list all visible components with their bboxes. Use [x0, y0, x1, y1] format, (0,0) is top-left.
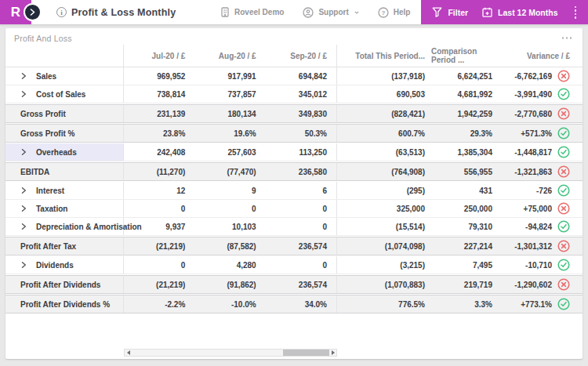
variance-value: +571.3%: [521, 129, 552, 138]
table-row[interactable]: Depreciation & Amortisation 9,937 10,103…: [5, 218, 583, 236]
row-label-cell[interactable]: Overheads: [5, 143, 124, 161]
scrollbar-thumb[interactable]: [283, 350, 329, 356]
cell-total-this-period: (828,421): [337, 105, 431, 122]
card-options-icon[interactable]: [561, 34, 574, 42]
scroll-right-icon[interactable]: [329, 350, 336, 356]
nav-company-label: Roveel Demo: [234, 8, 284, 16]
table-row[interactable]: Interest 12 9 6 (295) 431 -726: [5, 182, 583, 200]
cell-variance: -1,448,817: [499, 143, 583, 161]
table-row[interactable]: Dividends 0 4,280 0 (3,215) 7,495 -10,71…: [5, 256, 583, 274]
horizontal-scrollbar[interactable]: [124, 349, 337, 357]
variance-value: -6,762,169: [514, 72, 552, 81]
variance-good-icon: [557, 259, 570, 271]
column-header-aug[interactable]: Aug-20 / £: [194, 45, 265, 67]
column-header-total[interactable]: Total This Period...: [337, 45, 431, 67]
expand-chevron-icon[interactable]: [21, 91, 27, 97]
nav-help-label: Help: [394, 8, 411, 16]
table-row[interactable]: Profit After Tax (21,219) (87,582) 236,5…: [5, 237, 583, 255]
table-row[interactable]: Sales 969,952 917,991 694,842 (137,918) …: [5, 67, 583, 85]
variance-status: [557, 107, 570, 120]
table-row[interactable]: Gross Profit 231,139 180,134 349,830 (82…: [5, 104, 583, 123]
nav-support[interactable]: Support: [303, 7, 358, 18]
table-row[interactable]: Taxation 0 0 0 325,000 250,000 +75,000: [5, 200, 583, 218]
table-row[interactable]: Overheads 242,408 257,603 113,250 (63,51…: [5, 143, 583, 161]
row-label-cell[interactable]: Interest: [5, 182, 124, 199]
cell-total-this-period: 776.5%: [337, 295, 431, 313]
row-label-cell[interactable]: Cost of Sales: [5, 85, 124, 103]
cell-comparison-period: 219,719: [431, 276, 499, 293]
column-header-variance[interactable]: Variance / £: [499, 45, 583, 67]
column-header-sep[interactable]: Sep-20 / £: [266, 45, 336, 67]
row-label-cell[interactable]: Profit After Tax: [5, 237, 124, 255]
cell-month-2: (77,470): [194, 163, 265, 180]
table-row[interactable]: EBITDA (11,270) (77,470) 236,580 (764,90…: [5, 162, 583, 181]
expand-chevron-icon[interactable]: [21, 187, 27, 194]
row-label-cell[interactable]: Dividends: [5, 256, 124, 274]
row-label-cell[interactable]: Profit After Dividends %: [5, 295, 124, 313]
cell-month-3: 236,580: [266, 163, 336, 180]
logo-letter: R: [11, 5, 20, 20]
row-label-cell[interactable]: Profit After Dividends: [5, 276, 124, 293]
cell-variance: -10,710: [499, 256, 583, 274]
cell-month-1: 231,139: [124, 105, 194, 122]
cell-month-3: 0: [266, 200, 336, 217]
app-logo: R: [0, 0, 49, 24]
variance-good-icon: [557, 127, 570, 140]
expand-chevron-icon[interactable]: [21, 223, 27, 230]
table-row[interactable]: Cost of Sales 738,814 737,857 345,012 69…: [5, 85, 583, 103]
cell-total-this-period: 690,503: [337, 85, 431, 103]
variance-good-icon: [557, 184, 570, 197]
period-label: Last 12 Months: [498, 8, 557, 17]
expand-chevron-icon[interactable]: [21, 149, 27, 155]
expand-chevron-icon[interactable]: [21, 73, 27, 79]
sidebar-expand-button[interactable]: [24, 3, 42, 21]
row-label: Dividends: [36, 261, 74, 270]
page-title: Profit & Loss Monthly: [71, 7, 176, 18]
support-person-icon: [303, 7, 314, 18]
cell-month-1: 738,814: [124, 85, 194, 103]
scrollbar-rail[interactable]: [132, 350, 329, 356]
table-row[interactable]: Profit After Dividends % -2.2% -10.0% 34…: [5, 295, 583, 313]
row-months-group: 231,139 180,134 349,830: [124, 105, 337, 122]
row-months-group: (11,270) (77,470) 236,580: [124, 163, 337, 180]
row-label: Sales: [36, 72, 56, 81]
cell-variance: -1,301,312: [499, 237, 583, 255]
row-label-cell[interactable]: Taxation: [5, 200, 124, 217]
variance-good-icon: [557, 88, 570, 100]
cell-variance: -1,290,602: [499, 276, 583, 293]
card-title: Profit And Loss: [14, 34, 72, 43]
row-label-cell[interactable]: Gross Profit: [5, 105, 124, 122]
nav-help[interactable]: ? Help: [378, 7, 411, 18]
card-header: Profit And Loss: [5, 28, 583, 45]
row-months-group: (21,219) (91,862) 236,574: [124, 276, 337, 293]
variance-status: [557, 70, 570, 82]
variance-value: +773.1%: [521, 300, 552, 309]
variance-bad-icon: [557, 107, 570, 120]
info-icon[interactable]: i: [56, 7, 67, 17]
table-row[interactable]: Gross Profit % 23.8% 19.6% 50.3% 600.7% …: [5, 124, 583, 143]
svg-text:?: ?: [381, 9, 385, 16]
cell-comparison-period: 431: [431, 182, 499, 199]
column-header-comparison[interactable]: Comparison Period ...: [431, 45, 499, 67]
more-menu-button[interactable]: [572, 5, 579, 20]
cell-total-this-period: (3,215): [337, 256, 431, 274]
row-label-cell[interactable]: Depreciation & Amortisation: [5, 218, 124, 235]
cell-month-3: 6: [266, 182, 336, 199]
filter-button[interactable]: Filter: [432, 7, 468, 17]
scroll-left-icon[interactable]: [125, 350, 132, 356]
row-label-cell[interactable]: Gross Profit %: [5, 125, 124, 142]
nav-company[interactable]: Roveel Demo: [220, 7, 284, 17]
row-months-group: 0 0 0: [124, 200, 337, 217]
expand-chevron-icon[interactable]: [21, 262, 27, 268]
expand-chevron-icon[interactable]: [21, 205, 27, 212]
table-row[interactable]: Profit After Dividends (21,219) (91,862)…: [5, 275, 583, 294]
period-button[interactable]: Last 12 Months: [482, 7, 557, 17]
variance-status: [557, 127, 570, 140]
cell-variance: +571.3%: [499, 125, 583, 142]
row-label-cell[interactable]: Sales: [5, 67, 124, 85]
column-header-jul[interactable]: Jul-20 / £: [124, 45, 194, 67]
row-label-cell[interactable]: EBITDA: [5, 163, 124, 180]
cell-comparison-period: 227,214: [431, 237, 499, 255]
cell-month-1: 0: [124, 256, 194, 274]
variance-good-icon: [557, 298, 570, 310]
